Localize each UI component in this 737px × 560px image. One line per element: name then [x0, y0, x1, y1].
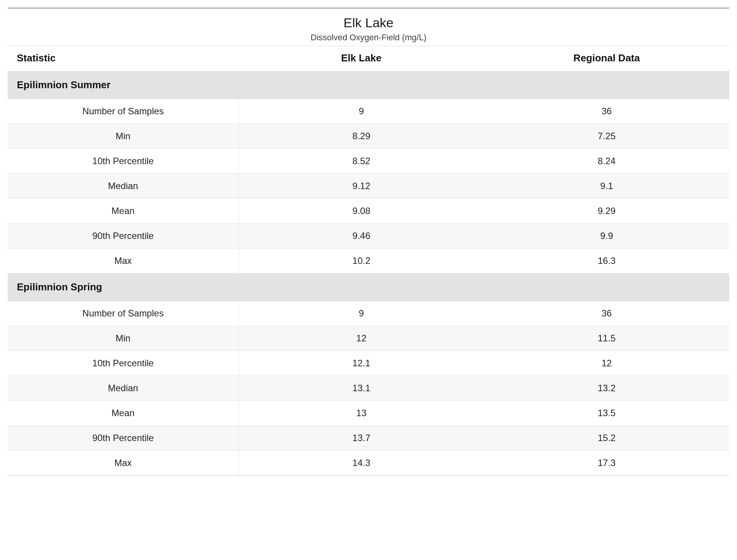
- lake-value: 9.08: [239, 199, 484, 224]
- lake-value: 12.1: [239, 351, 484, 376]
- table-row: 90th Percentile 13.7 15.2: [8, 426, 729, 451]
- lake-value: 13.1: [239, 376, 484, 401]
- stat-label: Max: [8, 451, 239, 476]
- stat-label: Min: [8, 326, 239, 351]
- table-row: Number of Samples 9 36: [8, 99, 729, 124]
- table-row: 10th Percentile 12.1 12: [8, 351, 729, 376]
- regional-value: 36: [484, 99, 729, 124]
- table-row: Min 8.29 7.25: [8, 124, 729, 149]
- table-row: Mean 13 13.5: [8, 401, 729, 426]
- regional-value: 11.5: [484, 326, 729, 351]
- section-header-label: Epilimnion Spring: [8, 273, 729, 301]
- section-header-label: Epilimnion Summer: [8, 71, 729, 99]
- page-subtitle: Dissolved Oxygen-Field (mg/L): [8, 33, 729, 43]
- table-head: Statistic Elk Lake Regional Data: [8, 46, 729, 71]
- table-row: Max 10.2 16.3: [8, 249, 729, 273]
- lake-value: 9: [239, 301, 484, 326]
- lake-value: 8.52: [239, 149, 484, 174]
- lake-value: 9.46: [239, 224, 484, 249]
- stat-label: 10th Percentile: [8, 149, 239, 174]
- regional-value: 15.2: [484, 426, 729, 451]
- table-row: Mean 9.08 9.29: [8, 199, 729, 224]
- stat-label: Mean: [8, 401, 239, 426]
- regional-value: 9.29: [484, 199, 729, 224]
- stat-label: Min: [8, 124, 239, 149]
- lake-value: 8.29: [239, 124, 484, 149]
- stat-label: Number of Samples: [8, 99, 239, 124]
- stat-label: Median: [8, 376, 239, 401]
- page-title: Elk Lake: [8, 15, 729, 30]
- regional-value: 12: [484, 351, 729, 376]
- table-body: Epilimnion Summer Number of Samples 9 36…: [8, 71, 729, 476]
- stat-label: Number of Samples: [8, 301, 239, 326]
- table-row: Min 12 11.5: [8, 326, 729, 351]
- stat-label: 90th Percentile: [8, 224, 239, 249]
- regional-value: 8.24: [484, 149, 729, 174]
- table-row: Number of Samples 9 36: [8, 301, 729, 326]
- stat-label: Max: [8, 249, 239, 273]
- column-header-lake: Elk Lake: [239, 46, 484, 71]
- section-header-epilimnion-spring: Epilimnion Spring: [8, 273, 729, 301]
- lake-value: 13.7: [239, 426, 484, 451]
- table-row: 90th Percentile 9.46 9.9: [8, 224, 729, 249]
- column-header-regional: Regional Data: [484, 46, 729, 71]
- regional-value: 9.9: [484, 224, 729, 249]
- lake-value: 9.12: [239, 174, 484, 199]
- regional-value: 16.3: [484, 249, 729, 273]
- lake-value: 12: [239, 326, 484, 351]
- regional-value: 36: [484, 301, 729, 326]
- lake-value: 14.3: [239, 451, 484, 476]
- regional-value: 13.5: [484, 401, 729, 426]
- regional-value: 9.1: [484, 174, 729, 199]
- stat-label: 90th Percentile: [8, 426, 239, 451]
- stat-label: 10th Percentile: [8, 351, 239, 376]
- regional-value: 7.25: [484, 124, 729, 149]
- lake-value: 9: [239, 99, 484, 124]
- lake-value: 10.2: [239, 249, 484, 273]
- table-row: Median 13.1 13.2: [8, 376, 729, 401]
- section-header-epilimnion-summer: Epilimnion Summer: [8, 71, 729, 99]
- title-block: Elk Lake Dissolved Oxygen-Field (mg/L): [8, 8, 729, 46]
- lake-value: 13: [239, 401, 484, 426]
- regional-value: 13.2: [484, 376, 729, 401]
- column-header-statistic: Statistic: [8, 46, 239, 71]
- regional-value: 17.3: [484, 451, 729, 476]
- statistics-table: Statistic Elk Lake Regional Data Epilimn…: [8, 46, 729, 476]
- table-row: Median 9.12 9.1: [8, 174, 729, 199]
- report-container: Elk Lake Dissolved Oxygen-Field (mg/L) S…: [8, 8, 729, 476]
- stat-label: Mean: [8, 199, 239, 224]
- table-row: 10th Percentile 8.52 8.24: [8, 149, 729, 174]
- stat-label: Median: [8, 174, 239, 199]
- table-row: Max 14.3 17.3: [8, 451, 729, 476]
- column-header-row: Statistic Elk Lake Regional Data: [8, 46, 729, 71]
